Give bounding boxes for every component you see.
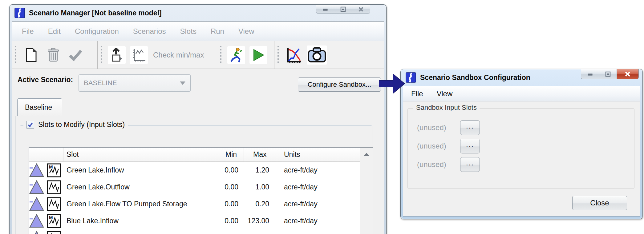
scenario-analysis-button[interactable] bbox=[285, 46, 302, 64]
menu-view[interactable]: View bbox=[238, 27, 254, 36]
menu-edit[interactable]: Edit bbox=[48, 27, 61, 36]
cell-units: acre-ft/day bbox=[280, 183, 333, 191]
sandbox-input-slots-groupbox: Sandbox Input Slots (unused) ... (unused… bbox=[407, 108, 634, 189]
tab-baseline-label: Baseline bbox=[25, 103, 52, 112]
menu-file[interactable]: File bbox=[22, 27, 34, 36]
riverware-app-icon bbox=[406, 72, 416, 83]
checkmark-icon bbox=[68, 49, 83, 61]
toolbar-drag-handle[interactable] bbox=[15, 46, 16, 64]
new-scenario-button[interactable] bbox=[22, 46, 40, 64]
cell-max: 1.00 bbox=[244, 183, 280, 191]
slots-table-header: Slot Min Max Units bbox=[29, 148, 373, 162]
close-button[interactable] bbox=[617, 69, 638, 79]
close-icon bbox=[624, 71, 631, 77]
multi-series-slot-icon: M bbox=[47, 214, 61, 228]
apply-values-button[interactable] bbox=[108, 46, 126, 64]
toolbar-drag-handle[interactable] bbox=[220, 46, 221, 64]
check-minmax-button[interactable] bbox=[130, 46, 148, 64]
close-icon bbox=[358, 6, 364, 12]
delete-scenario-button[interactable] bbox=[44, 46, 62, 64]
menu-run[interactable]: Run bbox=[211, 27, 224, 36]
camera-icon bbox=[308, 47, 326, 63]
cell-max: 0.20 bbox=[244, 200, 280, 208]
new-document-icon bbox=[24, 48, 38, 62]
cell-slot: Green Lake.Inflow bbox=[63, 166, 216, 174]
menu-configuration[interactable]: Configuration bbox=[75, 27, 119, 36]
confirm-scenario-button[interactable] bbox=[67, 46, 84, 64]
header-icon-col-a[interactable] bbox=[29, 148, 44, 161]
close-dialog-button[interactable]: Close bbox=[572, 196, 627, 210]
table-row[interactable]: M Green Lake.Inflow 0.00 1.20 acre-ft/da… bbox=[29, 162, 373, 179]
header-min[interactable]: Min bbox=[216, 148, 244, 161]
cell-slot: Green Lake.Outflow bbox=[63, 183, 216, 191]
menu-view[interactable]: View bbox=[437, 89, 453, 98]
screenshot-canvas: Scenario Manager [Not baseline model] Fi… bbox=[0, 0, 644, 234]
cell-min: 0.00 bbox=[216, 166, 244, 174]
toolbar-group-check: Check min/max bbox=[98, 41, 217, 69]
window-title: Scenario Manager [Not baseline model] bbox=[29, 9, 162, 17]
sandbox-slot-row: (unused) ... bbox=[417, 157, 480, 172]
menu-file[interactable]: File bbox=[411, 89, 423, 98]
close-button[interactable] bbox=[352, 5, 370, 14]
configure-sandbox-button[interactable]: Configure Sandbox... bbox=[298, 77, 381, 92]
sandbox-configuration-window: Scenario Sandbox Configuration File View… bbox=[400, 69, 643, 219]
scroll-up-button[interactable] bbox=[360, 148, 373, 161]
active-scenario-label: Active Scenario: bbox=[18, 76, 73, 84]
minimize-icon bbox=[587, 71, 593, 77]
start-run-button[interactable] bbox=[249, 46, 267, 64]
cell-slot: Green Lake.Flow TO Pumped Storage bbox=[63, 200, 216, 208]
cell-slot: Blue Lake.Inflow bbox=[63, 217, 216, 225]
scenario-manager-toolbar: Check min/max bbox=[12, 41, 384, 69]
menu-slots[interactable]: Slots bbox=[180, 27, 196, 36]
toolbar-drag-handle[interactable] bbox=[277, 46, 279, 64]
sandbox-input-slots-label: Sandbox Input Slots bbox=[413, 104, 480, 112]
toolbar-group-scenario bbox=[12, 41, 98, 69]
svg-text:M: M bbox=[49, 215, 53, 220]
table-row[interactable]: M Blue Lake.Inflow 0.00 123.00 acre-ft/d… bbox=[29, 212, 373, 229]
series-slot-icon bbox=[47, 180, 61, 194]
snapshot-button[interactable] bbox=[307, 46, 327, 65]
toolbar-group-run bbox=[217, 41, 274, 69]
slot-triangle-icon bbox=[29, 180, 44, 195]
cell-max: 1.20 bbox=[244, 166, 280, 174]
tab-baseline[interactable]: Baseline bbox=[17, 98, 62, 116]
check-icon bbox=[27, 122, 33, 128]
slots-table: Slot Min Max Units M Green Lake.Inflow 0… bbox=[29, 147, 373, 234]
table-row[interactable]: Green Lake.Flow TO Pumped Storage 0.00 0… bbox=[29, 196, 373, 212]
run-manager-button[interactable] bbox=[227, 46, 245, 64]
sandbox-menubar: File View bbox=[403, 86, 640, 101]
cell-min: 0.00 bbox=[216, 200, 244, 208]
riverware-app-icon bbox=[14, 8, 25, 18]
header-units[interactable]: Units bbox=[280, 148, 333, 161]
maximize-button[interactable] bbox=[334, 5, 352, 14]
unused-slot-label: (unused) bbox=[417, 142, 450, 150]
toolbar-drag-handle[interactable] bbox=[101, 46, 102, 64]
sandbox-slot-row: (unused) ... bbox=[417, 120, 480, 135]
table-vertical-scrollbar[interactable] bbox=[360, 148, 373, 234]
import-apply-icon bbox=[110, 48, 124, 62]
menu-scenarios[interactable]: Scenarios bbox=[133, 27, 166, 36]
active-scenario-combobox[interactable]: BASELINE bbox=[79, 74, 191, 92]
header-max[interactable]: Max bbox=[244, 148, 280, 161]
minimize-button[interactable] bbox=[316, 5, 334, 14]
minimize-button[interactable] bbox=[581, 69, 599, 79]
maximize-button[interactable] bbox=[599, 69, 617, 79]
trash-icon bbox=[47, 48, 60, 62]
table-row[interactable]: Green Lake.Outflow 0.00 1.00 acre-ft/day bbox=[29, 179, 373, 196]
slot-triangle-icon bbox=[29, 214, 44, 228]
svg-text:M: M bbox=[49, 164, 53, 169]
configure-sandbox-label: Configure Sandbox... bbox=[308, 81, 371, 89]
flow-arrow bbox=[379, 72, 405, 95]
table-row[interactable]: Blue Lake.Outflow acre-ft/day bbox=[29, 229, 373, 234]
close-button-label: Close bbox=[590, 199, 609, 207]
cell-min: 0.00 bbox=[216, 217, 244, 225]
header-slot[interactable]: Slot bbox=[63, 148, 216, 161]
slots-to-modify-label: Slots to Modify (Input Slots) bbox=[38, 121, 125, 129]
multi-series-slot-icon: M bbox=[47, 163, 61, 177]
header-icon-col-b[interactable] bbox=[44, 148, 63, 161]
select-slot-button[interactable]: ... bbox=[460, 139, 480, 153]
cell-min: 0.00 bbox=[216, 183, 244, 191]
select-slot-button[interactable]: ... bbox=[460, 120, 480, 135]
select-slot-button[interactable]: ... bbox=[460, 157, 480, 172]
slots-to-modify-checkbox[interactable] bbox=[26, 121, 34, 129]
